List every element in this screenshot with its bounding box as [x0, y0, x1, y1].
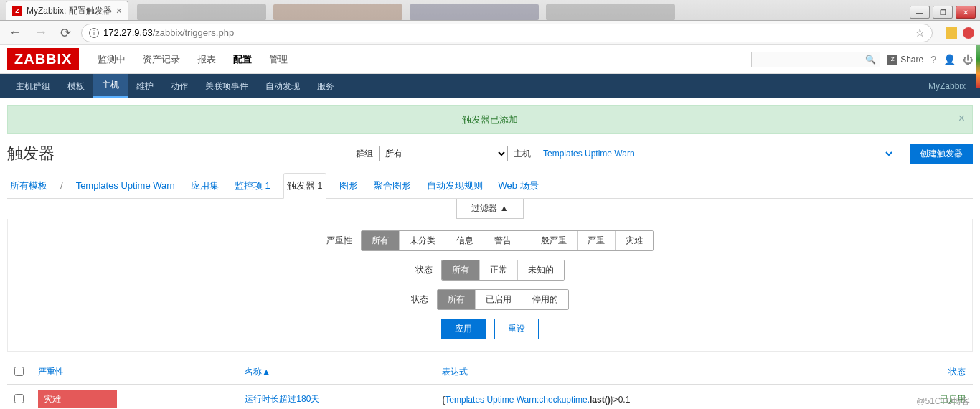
reload-button[interactable]: ⟳	[57, 25, 74, 41]
subnav-discovery[interactable]: 自动发现	[257, 74, 308, 98]
tab-title: MyZabbix: 配置触发器	[27, 5, 112, 17]
subnav-actions[interactable]: 动作	[162, 74, 197, 98]
close-icon[interactable]: ×	[116, 5, 122, 17]
status-disabled[interactable]: 停用的	[522, 290, 568, 309]
severity-notclassified[interactable]: 未分类	[400, 231, 446, 250]
link-all-templates[interactable]: 所有模板	[7, 174, 50, 198]
severity-badge: 灾难	[38, 390, 117, 408]
select-all-checkbox[interactable]	[14, 367, 24, 376]
maximize-button[interactable]: ❐	[933, 6, 953, 19]
status-label: 状态	[411, 293, 428, 306]
background-tabs	[137, 4, 675, 20]
subnav-hosts[interactable]: 主机	[93, 74, 128, 98]
forward-button[interactable]: →	[32, 25, 50, 40]
ghost-tab[interactable]	[410, 4, 539, 20]
filter-toggle[interactable]: 过滤器 ▲	[456, 199, 523, 219]
sub-nav: 主机群组 模板 主机 维护 动作 关联项事件 自动发现 服务 MyZabbix	[0, 74, 980, 98]
ghost-tab[interactable]	[546, 4, 675, 20]
tab-items[interactable]: 监控项 1	[232, 174, 273, 198]
subnav-services[interactable]: 服务	[308, 74, 343, 98]
row-checkbox[interactable]	[14, 394, 24, 403]
search-icon[interactable]: 🔍	[865, 55, 876, 65]
zabbix-header: ZABBIX 监测中 资产记录 报表 配置 管理 🔍 Z Share ? 👤 ⏻	[0, 45, 980, 74]
severity-average[interactable]: 一般严重	[522, 231, 578, 250]
back-button[interactable]: ←	[6, 25, 24, 40]
bookmark-star-icon[interactable]: ☆	[915, 26, 925, 39]
url-input[interactable]: i 172.27.9.63/zabbix/triggers.php ☆	[81, 24, 933, 42]
share-button[interactable]: Z Share	[887, 55, 923, 65]
tab-screens[interactable]: 聚合图形	[371, 174, 414, 198]
tab-discovery-rules[interactable]: 自动发现规则	[424, 174, 486, 198]
window-controls: — ❐ ✕	[905, 4, 980, 20]
info-icon[interactable]: i	[89, 28, 99, 38]
group-select[interactable]: 所有	[379, 146, 508, 161]
status-enabled[interactable]: 已启用	[476, 290, 522, 309]
nav-administration[interactable]: 管理	[260, 46, 296, 73]
subnav-templates[interactable]: 模板	[59, 74, 93, 98]
subnav-context: MyZabbix	[928, 74, 973, 98]
user-icon[interactable]: 👤	[943, 54, 956, 65]
severity-all[interactable]: 所有	[362, 231, 400, 250]
share-label: Share	[900, 55, 923, 65]
main-nav: 监测中 资产记录 报表 配置 管理	[89, 46, 296, 73]
minimize-button[interactable]: —	[910, 6, 930, 19]
severity-high[interactable]: 严重	[578, 231, 616, 250]
header-status[interactable]: 状态	[884, 360, 973, 385]
alert-text: 触发器已添加	[462, 114, 518, 125]
host-select[interactable]: Templates Uptime Warn	[537, 146, 895, 161]
browser-tabs-bar: Z MyZabbix: 配置触发器 × — ❐ ✕	[0, 0, 980, 21]
ghost-tab[interactable]	[137, 4, 266, 20]
apply-button[interactable]: 应用	[441, 319, 486, 339]
expression-cell: {Templates Uptime Warn:checkuptime.last(…	[435, 385, 883, 410]
tab-applications[interactable]: 应用集	[188, 174, 222, 198]
adblock-icon[interactable]	[963, 27, 974, 39]
trigger-name-link[interactable]: 运行时长超过180天	[245, 394, 319, 404]
subnav-maintenance[interactable]: 维护	[128, 74, 162, 98]
severity-disaster[interactable]: 灾难	[616, 231, 653, 250]
extension-icon[interactable]	[946, 27, 957, 39]
subnav-correlation[interactable]: 关联项事件	[197, 74, 257, 98]
nav-reports[interactable]: 报表	[189, 46, 225, 73]
reset-button[interactable]: 重设	[494, 319, 539, 339]
page-title: 触发器	[7, 143, 55, 164]
severity-warning[interactable]: 警告	[484, 231, 522, 250]
watermark: @51CTO博客	[916, 395, 970, 408]
header-name[interactable]: 名称▲	[237, 360, 435, 385]
nav-configuration[interactable]: 配置	[225, 46, 260, 73]
side-indicator	[976, 45, 980, 88]
expr-link[interactable]: Templates Uptime Warn:checkuptime.	[445, 395, 590, 405]
expr-func: last()	[590, 395, 611, 405]
alert-close-icon[interactable]: ×	[958, 112, 965, 125]
close-window-button[interactable]: ✕	[956, 6, 976, 19]
zabbix-logo[interactable]: ZABBIX	[7, 48, 79, 70]
context-filters: 群组 所有 主机 Templates Uptime Warn 创建触发器	[356, 144, 973, 164]
nav-inventory[interactable]: 资产记录	[134, 46, 189, 73]
nav-monitoring[interactable]: 监测中	[89, 46, 134, 73]
host-label: 主机	[514, 148, 531, 160]
status-all[interactable]: 所有	[438, 290, 476, 309]
link-template-name[interactable]: Templates Uptime Warn	[73, 174, 178, 197]
subnav-hostgroups[interactable]: 主机群组	[7, 74, 59, 98]
browser-tab-active[interactable]: Z MyZabbix: 配置触发器 ×	[6, 1, 128, 20]
state-all[interactable]: 所有	[442, 260, 480, 280]
create-trigger-button[interactable]: 创建触发器	[910, 144, 973, 164]
ghost-tab[interactable]	[273, 4, 402, 20]
alert-success: 触发器已添加 ×	[7, 105, 973, 134]
search-input[interactable]	[751, 52, 880, 67]
header-expression: 表达式	[435, 360, 883, 385]
state-unknown[interactable]: 未知的	[518, 260, 564, 280]
header-checkbox[interactable]	[7, 360, 31, 385]
help-icon[interactable]: ?	[930, 54, 936, 65]
tab-web-scenarios[interactable]: Web 场景	[496, 174, 542, 198]
state-label: 状态	[415, 264, 433, 276]
status-segmented: 所有 已启用 停用的	[437, 289, 569, 310]
severity-information[interactable]: 信息	[446, 231, 484, 250]
content-area: 触发器已添加 × 触发器 群组 所有 主机 Templates Uptime W…	[0, 98, 980, 409]
state-normal[interactable]: 正常	[480, 260, 518, 280]
url-text: 172.27.9.63/zabbix/triggers.php	[103, 27, 234, 38]
header-severity[interactable]: 严重性	[31, 360, 237, 385]
tab-graphs[interactable]: 图形	[336, 174, 361, 198]
filter-toggle-row: 过滤器 ▲	[7, 199, 973, 219]
logout-icon[interactable]: ⏻	[963, 54, 973, 65]
tab-triggers[interactable]: 触发器 1	[283, 173, 326, 199]
